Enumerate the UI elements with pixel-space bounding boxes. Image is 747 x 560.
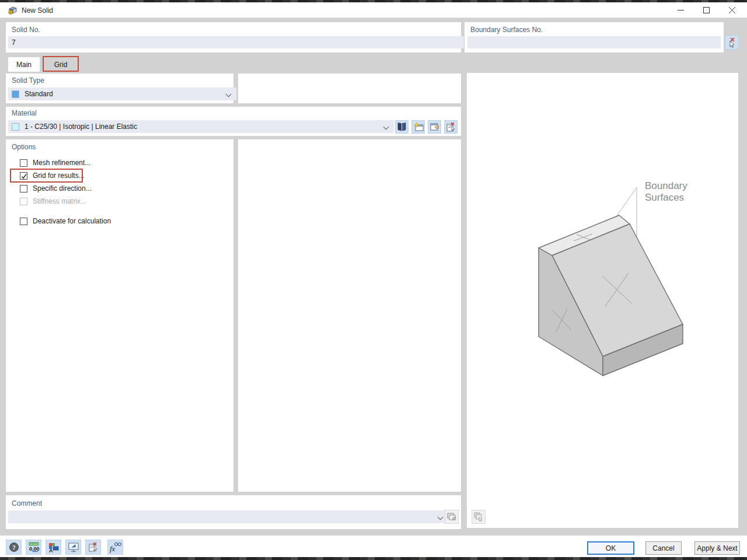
tab-grid-label: Grid: [54, 61, 68, 69]
material-library-button[interactable]: [395, 120, 409, 134]
checkbox-stiffness-matrix: Stiffness matrix...: [20, 197, 86, 206]
solid-preview-panel: Boundary Surfaces: [467, 73, 738, 528]
tab-grid[interactable]: Grid: [44, 57, 77, 72]
material-label: Material: [12, 109, 37, 117]
delete-selection-icon: [88, 542, 99, 552]
units-icon: 0,00: [28, 542, 40, 553]
checkbox-label: Mesh refinement...: [33, 159, 90, 167]
book-icon: [397, 123, 407, 131]
material-value: 1 - C25/30 | Isotropic | Linear Elastic: [25, 123, 137, 131]
help-icon: ?: [9, 542, 19, 552]
help-button[interactable]: ?: [6, 540, 22, 555]
delete-material-button[interactable]: [444, 120, 458, 134]
boundary-surfaces-annotation: Boundary Surfaces: [645, 180, 687, 204]
checkbox-deactivate-calculation[interactable]: Deactivate for calculation: [20, 216, 111, 226]
monitor-icon: [68, 542, 79, 553]
solid-type-dropdown[interactable]: Standard: [8, 88, 236, 100]
svg-text:A: A: [49, 548, 53, 553]
boundary-surfaces-input[interactable]: [467, 36, 721, 48]
minimize-button[interactable]: [668, 2, 693, 18]
checkbox-disabled-icon: [20, 198, 27, 205]
material-color-swatch: [12, 123, 19, 131]
title-bar: New Solid: [0, 2, 747, 18]
tab-main-label: Main: [16, 61, 32, 69]
checkbox-mesh-refinement[interactable]: Mesh refinement...: [20, 158, 90, 167]
checkbox-label: Stiffness matrix...: [33, 197, 86, 205]
solid-wedge-drawing: [467, 73, 738, 528]
chevron-down-icon: [438, 515, 443, 520]
comment-panel: Comment: [6, 495, 461, 529]
solid-type-label: Solid Type: [12, 76, 44, 85]
comment-dropdown[interactable]: [8, 510, 448, 523]
material-panel: Material 1 - C25/30 | Isotropic | Linear…: [6, 107, 461, 136]
tab-main[interactable]: Main: [8, 57, 40, 72]
svg-text:fx: fx: [110, 544, 116, 553]
comment-label: Comment: [12, 499, 42, 508]
svg-text:?: ?: [12, 544, 16, 551]
empty-panel-top: [238, 74, 461, 103]
boundary-surfaces-panel: Boundary Surfaces No.: [465, 22, 724, 52]
chevron-down-icon: [384, 125, 389, 130]
options-label: Options: [12, 143, 36, 151]
solid-no-input[interactable]: 7: [8, 36, 464, 48]
close-button[interactable]: [719, 2, 745, 18]
boundary-surfaces-label: Boundary Surfaces No.: [470, 26, 543, 34]
checkbox-icon: [20, 218, 27, 225]
annotation-line-1: Boundary: [645, 180, 687, 192]
annotation-line-2: Surfaces: [645, 192, 687, 204]
checkbox-checked-icon: [20, 172, 27, 180]
new-material-button[interactable]: [411, 120, 425, 134]
solid-no-label: Solid No.: [12, 26, 40, 34]
empty-panel-middle: [238, 139, 461, 492]
new-window-icon: [413, 122, 424, 132]
svg-text:0,00: 0,00: [29, 546, 40, 552]
maximize-button[interactable]: [693, 2, 719, 18]
checkbox-label: Specific direction...: [33, 184, 92, 192]
checkbox-label: Deactivate for calculation: [33, 217, 111, 225]
pick-boundary-surfaces-button[interactable]: [725, 35, 739, 50]
delete-selection-icon: [446, 122, 456, 132]
display-settings-button[interactable]: A: [46, 540, 61, 555]
display-settings-icon: A: [48, 542, 60, 553]
edit-material-button[interactable]: [428, 120, 441, 134]
pick-cursor-icon: [727, 37, 736, 48]
units-settings-button[interactable]: 0,00: [26, 540, 41, 555]
cancel-button[interactable]: Cancel: [645, 541, 682, 555]
material-dropdown[interactable]: 1 - C25/30 | Isotropic | Linear Elastic: [8, 120, 394, 133]
delete-object-button[interactable]: [85, 540, 101, 555]
solid-type-value: Standard: [25, 90, 53, 98]
apply-next-button[interactable]: Apply & Next: [694, 541, 740, 555]
checkbox-specific-direction[interactable]: Specific direction...: [20, 184, 92, 193]
formula-button[interactable]: fx: [107, 540, 123, 555]
app-solid-icon: [8, 5, 18, 17]
chevron-down-icon: [226, 92, 231, 97]
solid-no-panel: Solid No. 7: [6, 22, 461, 52]
solid-type-color-swatch: [12, 90, 19, 98]
window-title: New Solid: [22, 6, 53, 15]
solid-type-panel: Solid Type Standard: [6, 74, 233, 103]
dialog-footer: ? 0,00 A: [0, 536, 747, 557]
checkbox-icon: [20, 185, 27, 192]
formula-icon: fx: [109, 542, 122, 553]
comment-multiline-button[interactable]: [445, 510, 459, 524]
checkbox-label: Grid for results...: [33, 172, 85, 180]
layers-cursor-icon: [474, 512, 483, 522]
edit-window-icon: [430, 122, 440, 132]
display-properties-button[interactable]: [65, 540, 81, 555]
checkbox-icon: [20, 159, 27, 167]
layers-icon: [447, 513, 456, 522]
ok-button[interactable]: OK: [587, 541, 634, 555]
options-panel: Options Mesh refinement... Grid for resu…: [6, 139, 233, 492]
preview-settings-button-disabled: [472, 510, 486, 524]
checkbox-grid-for-results[interactable]: Grid for results...: [20, 171, 85, 180]
